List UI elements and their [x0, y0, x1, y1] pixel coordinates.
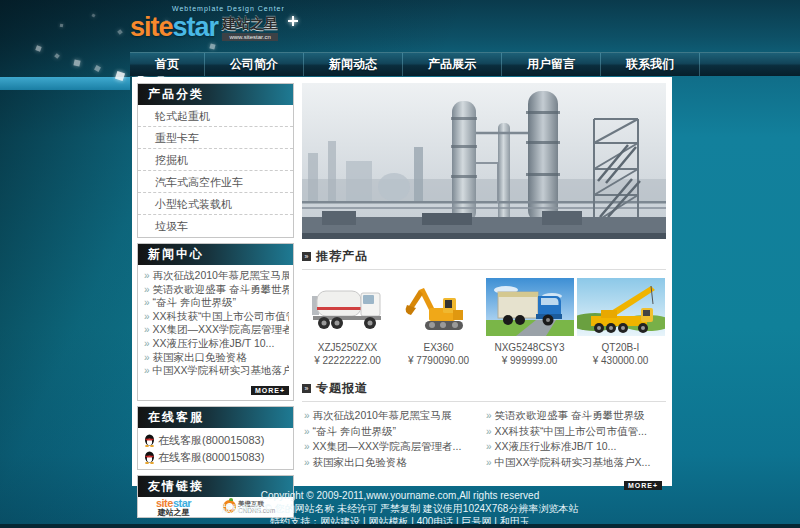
footer-rights: 版权所有 © 您的网站名称 未经许可 严禁复制 建议使用1024X768分辨率浏… — [0, 502, 800, 515]
sparkle-decoration — [94, 65, 101, 72]
category-item[interactable]: 小型轮式装载机 — [138, 193, 293, 215]
logo-text-site: site — [130, 12, 173, 43]
sparkle-decoration — [91, 13, 95, 17]
news-more-button[interactable]: MORE+ — [251, 386, 289, 395]
nav-item-company[interactable]: 公司简介 — [205, 53, 304, 76]
news-item[interactable]: XX集团—XXX学院高层管理者... — [144, 323, 289, 337]
decorative-stripe — [0, 77, 130, 90]
qq-service-link[interactable]: 在线客服(800015083) — [144, 449, 287, 466]
report-link[interactable]: 笑语欢歌迎盛事 奋斗勇攀世界级 — [486, 408, 664, 424]
sidebar: 产品分类 轮式起重机 重型卡车 挖掘机 汽车式高空作业车 小型轮式装载机 垃圾车… — [137, 83, 294, 523]
product-name: XZJ5250ZXX — [302, 342, 393, 353]
main-navigation: 首页 公司简介 新闻动态 产品展示 用户留言 联系我们 — [130, 52, 800, 76]
report-link[interactable]: XX液压行业标准JB/T 10... — [486, 439, 664, 455]
product-categories-list: 轮式起重机 重型卡车 挖掘机 汽车式高空作业车 小型轮式装载机 垃圾车 — [138, 105, 293, 237]
product-image-excavator — [395, 278, 483, 336]
sparkle-decoration — [73, 59, 80, 66]
product-name: EX360 — [393, 342, 484, 353]
sparkle-decoration — [117, 29, 123, 35]
news-center-box: 新闻中心 再次征战2010年慕尼黑宝马展 笑语欢歌迎盛事 奋斗勇攀世界级 “奋斗… — [137, 243, 294, 401]
special-reports-header: » 专题报道 — [302, 380, 666, 402]
qq-penguin-icon — [144, 451, 155, 464]
category-item[interactable]: 轮式起重机 — [138, 105, 293, 127]
section-bullet-icon: » — [302, 384, 311, 393]
product-categories-box: 产品分类 轮式起重机 重型卡车 挖掘机 汽车式高空作业车 小型轮式装载机 垃圾车 — [137, 83, 294, 238]
category-item[interactable]: 垃圾车 — [138, 215, 293, 237]
logo-tagline: Webtemplate Design Center — [172, 5, 285, 12]
qq-service-label: 在线客服(800015083) — [158, 450, 264, 465]
product-image-blue-truck — [486, 278, 574, 336]
product-image-crane-truck — [577, 278, 665, 336]
content-area: 产品分类 轮式起重机 重型卡车 挖掘机 汽车式高空作业车 小型轮式装载机 垃圾车… — [132, 77, 672, 486]
product-card[interactable]: EX360 ¥ 7790090.00 — [393, 278, 484, 366]
news-item[interactable]: 笑语欢歌迎盛事 奋斗勇攀世界级 — [144, 283, 289, 297]
product-image-garbage-truck — [304, 278, 392, 336]
category-item[interactable]: 挖掘机 — [138, 149, 293, 171]
nav-item-products[interactable]: 产品展示 — [403, 53, 502, 76]
sparkle-decoration — [35, 45, 41, 51]
recommended-products-title: 推荐产品 — [316, 248, 368, 265]
qq-penguin-icon — [144, 434, 155, 447]
product-card[interactable]: XZJ5250ZXX ¥ 22222222.00 — [302, 278, 393, 366]
category-item[interactable]: 汽车式高空作业车 — [138, 171, 293, 193]
product-card[interactable]: NXG5248CSY3 ¥ 999999.00 — [484, 278, 575, 366]
footer: Copyright © 2009-2011,www.yourname.com,A… — [0, 489, 800, 528]
category-item[interactable]: 重型卡车 — [138, 127, 293, 149]
product-price: ¥ 22222222.00 — [302, 355, 393, 366]
sparkle-decoration — [54, 53, 60, 59]
report-link[interactable]: “奋斗 奔向世界级” — [304, 424, 482, 440]
online-service-box: 在线客服 在线客服(800015083) — [137, 406, 294, 470]
special-reports-title: 专题报道 — [316, 380, 368, 397]
footer-copyright: Copyright © 2009-2011,www.yourname.com,A… — [0, 489, 800, 502]
product-price: ¥ 7790090.00 — [393, 355, 484, 366]
nav-item-guestbook[interactable]: 用户留言 — [502, 53, 601, 76]
news-item[interactable]: 再次征战2010年慕尼黑宝马展 — [144, 269, 289, 283]
recommended-products-header: » 推荐产品 — [302, 248, 666, 270]
product-card[interactable]: QT20B-I ¥ 430000.00 — [575, 278, 666, 366]
product-price: ¥ 430000.00 — [575, 355, 666, 366]
product-price: ¥ 999999.00 — [484, 355, 575, 366]
sparkle-decoration — [209, 43, 215, 49]
logo-text-star: star — [173, 12, 219, 43]
nav-item-contact[interactable]: 联系我们 — [601, 53, 700, 76]
sparkle-icon — [288, 16, 298, 26]
qq-service-label: 在线客服(800015083) — [158, 433, 264, 448]
news-item[interactable]: 获国家出口免验资格 — [144, 351, 289, 365]
sparkle-decoration — [60, 24, 63, 27]
news-item[interactable]: “奋斗 奔向世界级” — [144, 296, 289, 310]
bottom-border — [0, 524, 800, 528]
report-link[interactable]: 获国家出口免验资格 — [304, 455, 482, 471]
report-link[interactable]: XX集团—XXX学院高层管理者... — [304, 439, 482, 455]
product-categories-title: 产品分类 — [138, 84, 293, 105]
main-column: » 推荐产品 XZJ5250ZXX ¥ 22222222.00 — [302, 83, 666, 495]
reports-columns: 再次征战2010年慕尼黑宝马展 “奋斗 奔向世界级” XX集团—XXX学院高层管… — [302, 406, 666, 470]
nav-item-news[interactable]: 新闻动态 — [304, 53, 403, 76]
nav-item-home[interactable]: 首页 — [130, 53, 205, 76]
news-item[interactable]: XX科技获“中国上市公司市值管... — [144, 310, 289, 324]
report-link[interactable]: XX科技获“中国上市公司市值管... — [486, 424, 664, 440]
news-list: 再次征战2010年慕尼黑宝马展 笑语欢歌迎盛事 奋斗勇攀世界级 “奋斗 奔向世界… — [138, 265, 293, 379]
report-link[interactable]: 再次征战2010年慕尼黑宝马展 — [304, 408, 482, 424]
product-name: NXG5248CSY3 — [484, 342, 575, 353]
report-link[interactable]: 中国XX学院科研实习基地落户X... — [486, 455, 664, 471]
products-row: XZJ5250ZXX ¥ 22222222.00 EX360 ¥ — [302, 278, 666, 366]
news-center-title: 新闻中心 — [138, 244, 293, 265]
logo-url: www.sitestar.cn — [222, 33, 278, 41]
logo-chinese-name: 建站之星 — [222, 15, 278, 33]
qq-service-link[interactable]: 在线客服(800015083) — [144, 432, 287, 449]
news-item[interactable]: 中国XX学院科研实习基地落户X... — [144, 364, 289, 378]
news-item[interactable]: XX液压行业标准JB/T 10... — [144, 337, 289, 351]
hero-image — [302, 83, 666, 239]
site-logo[interactable]: Webtemplate Design Center site star 建站之星… — [130, 5, 285, 43]
online-service-title: 在线客服 — [138, 407, 293, 428]
section-bullet-icon: » — [302, 252, 311, 261]
product-name: QT20B-I — [575, 342, 666, 353]
